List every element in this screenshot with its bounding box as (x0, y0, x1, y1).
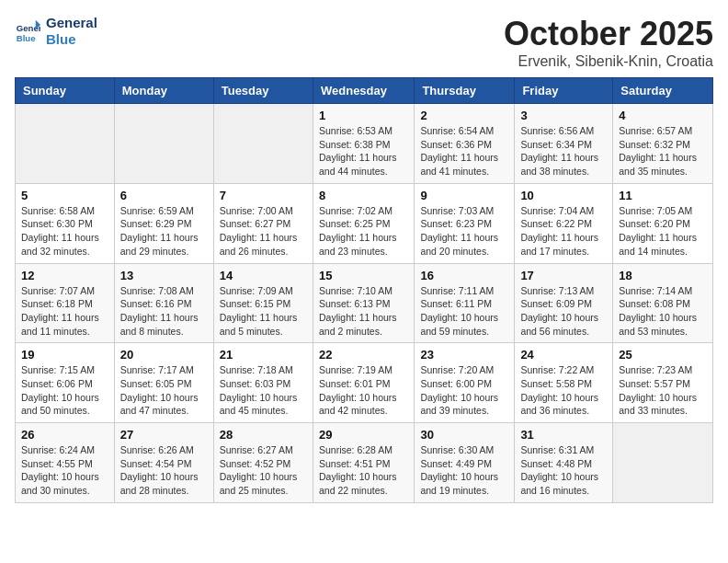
weekday-header-cell: Sunday (16, 78, 115, 104)
calendar-day-cell: 16Sunrise: 7:11 AM Sunset: 6:11 PM Dayli… (415, 263, 515, 343)
calendar-day-cell: 6Sunrise: 6:59 AM Sunset: 6:29 PM Daylig… (114, 183, 213, 263)
calendar-day-cell: 2Sunrise: 6:54 AM Sunset: 6:36 PM Daylig… (415, 104, 515, 184)
day-info: Sunrise: 6:31 AM Sunset: 4:48 PM Dayligh… (520, 443, 607, 498)
calendar-day-cell: 4Sunrise: 6:57 AM Sunset: 6:32 PM Daylig… (613, 104, 713, 184)
calendar-day-cell: 18Sunrise: 7:14 AM Sunset: 6:08 PM Dayli… (613, 263, 713, 343)
day-number: 20 (120, 348, 208, 362)
calendar-day-cell: 5Sunrise: 6:58 AM Sunset: 6:30 PM Daylig… (16, 183, 115, 263)
day-info: Sunrise: 7:19 AM Sunset: 6:01 PM Dayligh… (319, 363, 408, 418)
day-number: 30 (420, 428, 508, 442)
weekday-header-cell: Monday (114, 78, 213, 104)
weekday-header-cell: Friday (515, 78, 613, 104)
day-info: Sunrise: 7:07 AM Sunset: 6:18 PM Dayligh… (21, 284, 108, 339)
day-number: 18 (619, 269, 707, 282)
day-info: Sunrise: 7:23 AM Sunset: 5:57 PM Dayligh… (619, 363, 707, 418)
day-info: Sunrise: 6:58 AM Sunset: 6:30 PM Dayligh… (21, 204, 108, 259)
day-info: Sunrise: 7:17 AM Sunset: 6:05 PM Dayligh… (120, 363, 208, 418)
calendar-day-cell: 24Sunrise: 7:22 AM Sunset: 5:58 PM Dayli… (515, 343, 613, 423)
calendar-day-cell: 26Sunrise: 6:24 AM Sunset: 4:55 PM Dayli… (16, 423, 115, 503)
day-info: Sunrise: 7:15 AM Sunset: 6:06 PM Dayligh… (21, 363, 108, 418)
location: Ervenik, Sibenik-Knin, Croatia (504, 53, 713, 70)
day-number: 6 (120, 189, 208, 202)
day-number: 2 (420, 109, 508, 122)
calendar-day-cell: 9Sunrise: 7:03 AM Sunset: 6:23 PM Daylig… (415, 183, 515, 263)
day-number: 8 (319, 189, 408, 202)
day-info: Sunrise: 6:56 AM Sunset: 6:34 PM Dayligh… (520, 124, 607, 178)
logo-line1: General (46, 15, 97, 31)
day-number: 10 (520, 189, 607, 202)
day-number: 28 (220, 428, 307, 442)
calendar-day-cell (213, 104, 313, 184)
calendar-day-cell: 15Sunrise: 7:10 AM Sunset: 6:13 PM Dayli… (313, 263, 414, 343)
day-info: Sunrise: 7:10 AM Sunset: 6:13 PM Dayligh… (319, 284, 408, 339)
calendar-day-cell: 17Sunrise: 7:13 AM Sunset: 6:09 PM Dayli… (515, 263, 613, 343)
calendar-day-cell: 19Sunrise: 7:15 AM Sunset: 6:06 PM Dayli… (16, 343, 115, 423)
calendar-day-cell: 10Sunrise: 7:04 AM Sunset: 6:22 PM Dayli… (515, 183, 613, 263)
svg-text:Blue: Blue (17, 33, 36, 43)
day-number: 22 (319, 348, 408, 362)
day-number: 19 (21, 348, 108, 362)
calendar-day-cell: 20Sunrise: 7:17 AM Sunset: 6:05 PM Dayli… (114, 343, 213, 423)
day-info: Sunrise: 6:27 AM Sunset: 4:52 PM Dayligh… (220, 443, 307, 498)
calendar-day-cell: 12Sunrise: 7:07 AM Sunset: 6:18 PM Dayli… (16, 263, 115, 343)
day-info: Sunrise: 6:57 AM Sunset: 6:32 PM Dayligh… (619, 124, 707, 178)
calendar-week-row: 5Sunrise: 6:58 AM Sunset: 6:30 PM Daylig… (16, 183, 713, 263)
calendar-day-cell: 3Sunrise: 6:56 AM Sunset: 6:34 PM Daylig… (515, 104, 613, 184)
day-info: Sunrise: 7:05 AM Sunset: 6:20 PM Dayligh… (619, 204, 707, 259)
calendar-day-cell (613, 423, 713, 503)
logo-icon: General Blue (15, 18, 40, 44)
calendar-day-cell: 25Sunrise: 7:23 AM Sunset: 5:57 PM Dayli… (613, 343, 713, 423)
day-number: 23 (420, 348, 508, 362)
page-header: General Blue General Blue October 2025 E… (15, 15, 713, 70)
day-number: 14 (220, 269, 307, 282)
weekday-header-cell: Saturday (613, 78, 713, 104)
calendar-day-cell (114, 104, 213, 184)
day-info: Sunrise: 7:09 AM Sunset: 6:15 PM Dayligh… (220, 284, 307, 339)
day-number: 15 (319, 269, 408, 282)
calendar-day-cell: 7Sunrise: 7:00 AM Sunset: 6:27 PM Daylig… (213, 183, 313, 263)
day-number: 9 (420, 189, 508, 202)
calendar-week-row: 19Sunrise: 7:15 AM Sunset: 6:06 PM Dayli… (16, 343, 713, 423)
day-info: Sunrise: 7:00 AM Sunset: 6:27 PM Dayligh… (220, 204, 307, 259)
calendar-day-cell: 1Sunrise: 6:53 AM Sunset: 6:38 PM Daylig… (313, 104, 414, 184)
day-number: 24 (520, 348, 607, 362)
day-number: 26 (21, 428, 108, 442)
calendar-day-cell: 14Sunrise: 7:09 AM Sunset: 6:15 PM Dayli… (213, 263, 313, 343)
calendar-day-cell: 30Sunrise: 6:30 AM Sunset: 4:49 PM Dayli… (415, 423, 515, 503)
day-number: 27 (120, 428, 208, 442)
calendar-week-row: 12Sunrise: 7:07 AM Sunset: 6:18 PM Dayli… (16, 263, 713, 343)
weekday-header-cell: Wednesday (313, 78, 414, 104)
day-number: 21 (220, 348, 307, 362)
weekday-header-cell: Thursday (415, 78, 515, 104)
day-number: 11 (619, 189, 707, 202)
day-info: Sunrise: 7:14 AM Sunset: 6:08 PM Dayligh… (619, 284, 707, 339)
day-info: Sunrise: 7:08 AM Sunset: 6:16 PM Dayligh… (120, 284, 208, 339)
calendar-week-row: 1Sunrise: 6:53 AM Sunset: 6:38 PM Daylig… (16, 104, 713, 184)
day-number: 17 (520, 269, 607, 282)
day-info: Sunrise: 7:02 AM Sunset: 6:25 PM Dayligh… (319, 204, 408, 259)
day-number: 29 (319, 428, 408, 442)
day-info: Sunrise: 7:13 AM Sunset: 6:09 PM Dayligh… (520, 284, 607, 339)
calendar-body: 1Sunrise: 6:53 AM Sunset: 6:38 PM Daylig… (16, 104, 713, 503)
day-number: 13 (120, 269, 208, 282)
calendar-day-cell: 23Sunrise: 7:20 AM Sunset: 6:00 PM Dayli… (415, 343, 515, 423)
day-info: Sunrise: 6:24 AM Sunset: 4:55 PM Dayligh… (21, 443, 108, 498)
day-number: 25 (619, 348, 707, 362)
calendar-day-cell: 13Sunrise: 7:08 AM Sunset: 6:16 PM Dayli… (114, 263, 213, 343)
day-number: 4 (619, 109, 707, 122)
calendar-day-cell: 8Sunrise: 7:02 AM Sunset: 6:25 PM Daylig… (313, 183, 414, 263)
day-info: Sunrise: 7:18 AM Sunset: 6:03 PM Dayligh… (220, 363, 307, 418)
logo: General Blue General Blue (15, 15, 97, 48)
calendar-day-cell: 11Sunrise: 7:05 AM Sunset: 6:20 PM Dayli… (613, 183, 713, 263)
day-number: 31 (520, 428, 607, 442)
day-info: Sunrise: 7:11 AM Sunset: 6:11 PM Dayligh… (420, 284, 508, 339)
calendar-table: SundayMondayTuesdayWednesdayThursdayFrid… (15, 77, 713, 503)
day-info: Sunrise: 6:26 AM Sunset: 4:54 PM Dayligh… (120, 443, 208, 498)
day-number: 5 (21, 189, 108, 202)
calendar-day-cell (16, 104, 115, 184)
day-info: Sunrise: 6:59 AM Sunset: 6:29 PM Dayligh… (120, 204, 208, 259)
calendar-day-cell: 29Sunrise: 6:28 AM Sunset: 4:51 PM Dayli… (313, 423, 414, 503)
calendar-day-cell: 22Sunrise: 7:19 AM Sunset: 6:01 PM Dayli… (313, 343, 414, 423)
weekday-header-cell: Tuesday (213, 78, 313, 104)
day-number: 12 (21, 269, 108, 282)
